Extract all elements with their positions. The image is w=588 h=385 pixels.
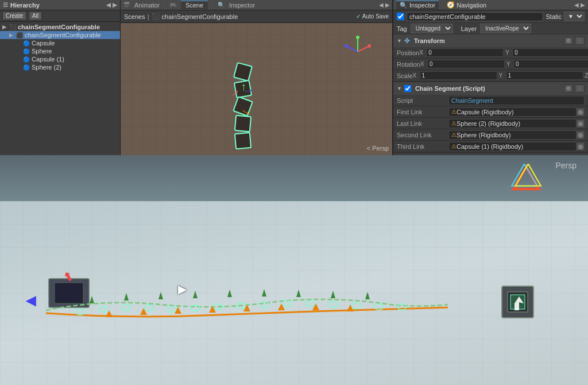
chain-segment-menu-btn[interactable]: ⋮ bbox=[575, 84, 585, 93]
tag-label: Tag bbox=[397, 25, 407, 32]
tree-item-capsule1[interactable]: 🔵 Capsule (1) bbox=[0, 55, 120, 63]
first-link-warning-icon: ⚠ bbox=[451, 109, 457, 115]
svg-point-15 bbox=[99, 306, 108, 312]
breadcrumb-cube-icon: ⬛ bbox=[152, 13, 160, 20]
blue-arrow-bottom: ▶ bbox=[26, 294, 36, 310]
position-y-input[interactable] bbox=[512, 48, 588, 57]
tree-label-capsule: Capsule bbox=[32, 40, 55, 47]
svg-point-3 bbox=[368, 44, 371, 48]
chain-segment-active-checkbox[interactable] bbox=[404, 85, 411, 92]
hierarchy-nav-prev[interactable]: ◀ bbox=[106, 2, 111, 8]
second-link-row: Second Link ⚠ Sphere (Rigidbody) ◎ bbox=[393, 129, 588, 141]
rotation-y-axis: Y bbox=[506, 61, 512, 67]
chain-rope-svg bbox=[46, 264, 448, 333]
third-link-row: Third Link ⚠ Capsule (1) (Rigidbody) ◎ bbox=[393, 141, 588, 152]
tree-item-capsule[interactable]: 🔵 Capsule bbox=[0, 39, 120, 47]
first-link-label: First Link bbox=[397, 109, 448, 116]
svg-marker-31 bbox=[158, 292, 163, 299]
svg-point-19 bbox=[191, 305, 200, 311]
breadcrumb-separator: | bbox=[148, 13, 149, 20]
tree-label-root: chainSegmentConfigurable bbox=[18, 24, 100, 30]
script-value-text: ChainSegment bbox=[451, 97, 493, 104]
second-link-label: Second Link bbox=[397, 132, 448, 138]
position-x-input[interactable] bbox=[426, 48, 504, 57]
create-button[interactable]: Create bbox=[2, 11, 26, 20]
last-link-value: ⚠ Sphere (2) (Rigidbody) bbox=[448, 119, 577, 128]
chain-segment-settings-btn[interactable]: ⚙ bbox=[564, 84, 573, 93]
transform-header[interactable]: ▼ ✥ Transform ⚙ ⋮ bbox=[393, 34, 588, 47]
svg-marker-36 bbox=[331, 291, 335, 298]
tree-label-c1: chainSegmentConfigurable bbox=[25, 32, 101, 38]
inspector-header: 🔍 Inspector 🧭 Navigation ◀ ▶ bbox=[393, 0, 588, 10]
transform-collapse-icon: ▼ bbox=[397, 38, 402, 44]
third-link-value: ⚠ Capsule (1) (Rigidbody) bbox=[448, 142, 577, 151]
layer-dropdown[interactable]: InactiveRope bbox=[480, 24, 531, 33]
all-button[interactable]: All bbox=[29, 11, 42, 20]
inspector-tab-scene[interactable]: Inspector bbox=[229, 2, 255, 9]
rotation-fields: X Y Z bbox=[420, 60, 588, 68]
inspector-nav-prev[interactable]: ◀ bbox=[574, 2, 579, 8]
scale-y-axis: Y bbox=[499, 72, 505, 79]
transform-menu-btn[interactable]: ⋮ bbox=[575, 37, 585, 45]
position-fields: X Y Z bbox=[419, 48, 588, 57]
transform-settings-btn[interactable]: ⚙ bbox=[564, 37, 573, 45]
svg-point-4 bbox=[356, 36, 359, 39]
script-row: Script ChainSegment bbox=[393, 95, 588, 106]
tree-expand-root[interactable]: ▶ bbox=[2, 24, 9, 30]
tree-item-root[interactable]: ▶ ⬛ chainSegmentConfigurable bbox=[0, 23, 120, 31]
inspector-nav-inspector[interactable]: 🔍 Inspector bbox=[396, 1, 439, 10]
cube-icon-c1: ⬛ bbox=[16, 32, 23, 38]
tree-item-sphere[interactable]: 🔵 Sphere bbox=[0, 47, 120, 55]
scale-y-input[interactable] bbox=[506, 71, 583, 80]
static-dropdown[interactable]: ▼ bbox=[564, 11, 585, 21]
scene-nav-next[interactable]: ▶ bbox=[385, 2, 390, 8]
third-link-text: Capsule (1) (Rigidbody) bbox=[457, 143, 523, 150]
tree-label-sphere: Sphere bbox=[32, 48, 52, 55]
tag-dropdown[interactable]: Untagged bbox=[411, 24, 453, 33]
rotation-row: Rotation X Y Z bbox=[393, 59, 588, 70]
scene-sub-toolbar: Scenes | ⬛ chainSegmentConfigurable ✓ Au… bbox=[121, 10, 392, 23]
svg-point-24 bbox=[305, 301, 315, 306]
last-link-row: Last Link ⚠ Sphere (2) (Rigidbody) ◎ bbox=[393, 118, 588, 129]
position-y-field: Y bbox=[505, 48, 588, 57]
svg-point-18 bbox=[168, 306, 177, 312]
last-link-target-btn[interactable]: ◎ bbox=[577, 120, 585, 128]
chain-segment-header[interactable]: ▼ Chain Segment (Script) ⚙ ⋮ bbox=[393, 82, 588, 95]
svg-point-17 bbox=[145, 305, 154, 311]
second-link-warning-icon: ⚠ bbox=[451, 132, 457, 138]
animator-icon: 🎬 bbox=[123, 2, 130, 8]
breadcrumb-scenes[interactable]: Scenes bbox=[124, 13, 145, 20]
svg-point-14 bbox=[76, 309, 85, 315]
scale-row: Scale X Y Z bbox=[393, 70, 588, 82]
last-link-text: Sphere (2) (Rigidbody) bbox=[457, 120, 520, 127]
third-link-target-btn[interactable]: ◎ bbox=[577, 143, 585, 151]
object-active-checkbox[interactable] bbox=[397, 13, 404, 20]
persp-label-scene: < Persp bbox=[367, 145, 389, 152]
svg-marker-34 bbox=[262, 289, 266, 297]
tree-item-c1[interactable]: ▶ ⬛ chainSegmentConfigurable bbox=[0, 31, 120, 39]
inspector-nav-navigation[interactable]: 🧭 Navigation bbox=[443, 1, 490, 9]
auto-save-check-icon: ✓ bbox=[356, 13, 361, 20]
transform-widget bbox=[341, 34, 375, 69]
tree-expand-c1[interactable]: ▶ bbox=[9, 32, 16, 38]
sphere-icon: 🔵 bbox=[23, 48, 30, 55]
scene-tab-active[interactable]: Scene bbox=[181, 1, 208, 9]
third-link-warning-icon: ⚠ bbox=[451, 143, 457, 149]
inspector-scroll-area: Static ▼ Tag Untagged Layer InactiveRope bbox=[393, 10, 588, 155]
object-name-input[interactable] bbox=[407, 12, 543, 21]
hierarchy-nav-next[interactable]: ▶ bbox=[113, 2, 117, 8]
inspector-nav-next[interactable]: ▶ bbox=[581, 2, 585, 8]
first-link-target-btn[interactable]: ◎ bbox=[577, 108, 585, 116]
scale-x-axis: X bbox=[413, 72, 419, 79]
rotation-x-input[interactable] bbox=[427, 60, 505, 68]
animator-tab[interactable]: Animator bbox=[134, 2, 160, 9]
scale-x-field: X bbox=[413, 71, 497, 80]
auto-save-badge: ✓ Auto Save bbox=[356, 13, 389, 20]
rotation-y-input[interactable] bbox=[513, 60, 588, 68]
scale-x-input[interactable] bbox=[420, 71, 497, 80]
svg-point-22 bbox=[260, 302, 269, 307]
tree-item-sphere2[interactable]: 🔵 Sphere (2) bbox=[0, 63, 120, 71]
scene-nav-prev[interactable]: ◀ bbox=[379, 2, 384, 8]
second-link-target-btn[interactable]: ◎ bbox=[577, 131, 585, 139]
rotation-label: Rotation bbox=[397, 61, 420, 68]
